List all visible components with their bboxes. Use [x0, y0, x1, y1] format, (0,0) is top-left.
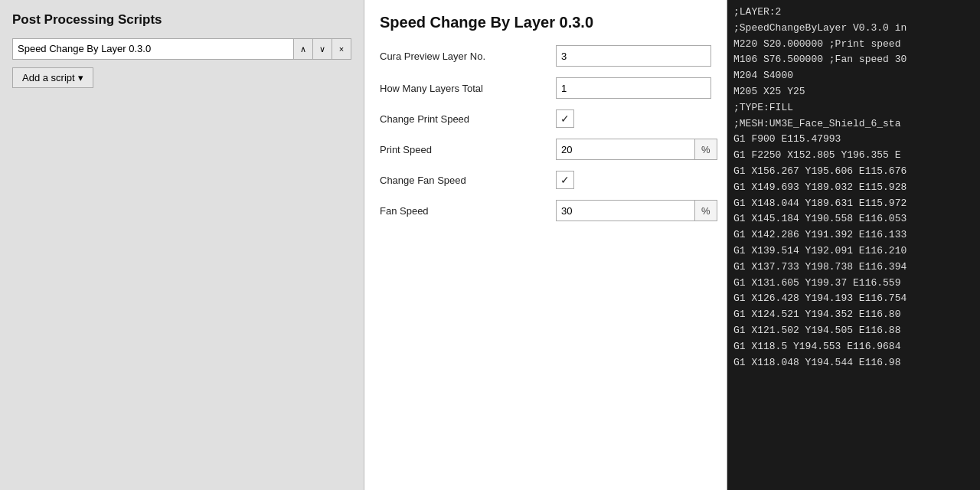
gcode-line: G1 X139.514 Y192.091 E116.210	[733, 243, 974, 260]
gcode-line: M205 X25 Y25	[733, 84, 974, 100]
gcode-line: G1 X142.286 Y191.392 E116.133	[733, 227, 974, 243]
fan-speed-wrapper: %	[556, 200, 717, 221]
gcode-line: ;MESH:UM3E_Face_Shield_6_sta	[733, 116, 974, 132]
change-fan-speed-label: Change Fan Speed	[380, 175, 556, 186]
gcode-line: ;TYPE:FILL	[733, 100, 974, 116]
add-script-arrow-icon: ▾	[78, 72, 83, 83]
change-print-speed-row: Change Print Speed ✓	[380, 109, 711, 128]
gcode-line: G1 X156.267 Y195.606 E115.676	[733, 164, 974, 180]
change-print-speed-checkbox[interactable]: ✓	[556, 109, 574, 128]
gcode-line: M106 S76.500000 ;Fan speed 30	[733, 52, 974, 68]
fan-speed-input[interactable]	[556, 200, 694, 221]
move-up-button[interactable]: ∧	[293, 38, 313, 60]
gcode-line: G1 X126.428 Y194.193 E116.754	[733, 291, 974, 307]
fan-speed-row: Fan Speed %	[380, 200, 711, 221]
remove-script-button[interactable]: ×	[332, 38, 351, 60]
change-fan-speed-row: Change Fan Speed ✓	[380, 171, 711, 189]
gcode-line: ;LAYER:2	[733, 5, 974, 21]
left-panel: Post Processing Scripts Speed Change By …	[0, 0, 364, 490]
gcode-line: G1 X145.184 Y190.558 E116.053	[733, 211, 974, 227]
gcode-line: G1 X131.605 Y199.37 E116.559	[733, 276, 974, 292]
cura-preview-input[interactable]	[556, 45, 711, 67]
mid-panel-title: Speed Change By Layer 0.3.0	[380, 14, 711, 31]
cura-preview-row: Cura Preview Layer No.	[380, 45, 711, 67]
cura-preview-label: Cura Preview Layer No.	[380, 51, 556, 62]
how-many-layers-label: How Many Layers Total	[380, 83, 556, 94]
gcode-line: G1 X148.044 Y189.631 E115.972	[733, 196, 974, 212]
move-down-button[interactable]: ∨	[312, 38, 332, 60]
add-script-button[interactable]: Add a script ▾	[12, 67, 93, 88]
gcode-line: G1 X149.693 Y189.032 E115.928	[733, 180, 974, 196]
gcode-line: ;SpeedChangeByLayer V0.3.0 in	[733, 21, 974, 37]
gcode-line: M204 S4000	[733, 68, 974, 84]
gcode-panel: ;LAYER:2;SpeedChangeByLayer V0.3.0 inM22…	[727, 0, 980, 490]
gcode-line: G1 F900 E115.47993	[733, 132, 974, 148]
print-speed-unit: %	[694, 139, 717, 160]
print-speed-input[interactable]	[556, 139, 694, 160]
script-name: Speed Change By Layer 0.3.0	[12, 38, 294, 60]
change-fan-speed-checkbox[interactable]: ✓	[556, 171, 574, 189]
gcode-line: G1 F2250 X152.805 Y196.355 E	[733, 148, 974, 164]
print-speed-label: Print Speed	[380, 144, 556, 155]
how-many-layers-row: How Many Layers Total	[380, 77, 711, 99]
mid-panel: Speed Change By Layer 0.3.0 Cura Preview…	[364, 0, 727, 490]
how-many-layers-input[interactable]	[556, 77, 711, 99]
script-row: Speed Change By Layer 0.3.0 ∧ ∨ ×	[12, 38, 351, 60]
fan-speed-unit: %	[694, 200, 717, 221]
gcode-line: G1 X124.521 Y194.352 E116.80	[733, 307, 974, 323]
gcode-line: M220 S20.000000 ;Print speed	[733, 37, 974, 53]
gcode-line: G1 X137.733 Y198.738 E116.394	[733, 260, 974, 276]
gcode-line: G1 X118.5 Y194.553 E116.9684	[733, 339, 974, 355]
add-script-label: Add a script	[22, 72, 75, 83]
print-speed-wrapper: %	[556, 139, 717, 160]
gcode-line: G1 X121.502 Y194.505 E116.88	[733, 323, 974, 339]
fan-speed-label: Fan Speed	[380, 205, 556, 217]
left-panel-title: Post Processing Scripts	[12, 12, 351, 28]
print-speed-row: Print Speed %	[380, 139, 711, 160]
change-print-speed-label: Change Print Speed	[380, 113, 556, 125]
gcode-line: G1 X118.048 Y194.544 E116.98	[733, 355, 974, 371]
